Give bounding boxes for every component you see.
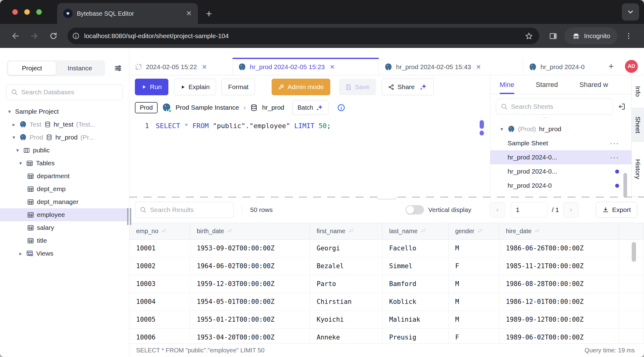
close-tab-icon[interactable]: ✕	[186, 10, 192, 18]
results-search[interactable]	[135, 202, 234, 218]
tab-sheet[interactable]: Sheet	[632, 108, 644, 142]
column-header-birth-date[interactable]: birth_date	[190, 223, 310, 239]
sidebar-resize-handle[interactable]	[127, 200, 132, 233]
sort-icon[interactable]	[535, 228, 540, 234]
filter-icon[interactable]	[114, 64, 122, 73]
minimize-window-button[interactable]	[24, 9, 30, 15]
column-header-gender[interactable]: gender	[448, 223, 499, 239]
close-window-button[interactable]	[12, 9, 18, 15]
sheet-group-hr-prod[interactable]: ▾ (Prod) hr_prod	[490, 122, 631, 136]
info-icon[interactable]	[337, 104, 345, 112]
side-panel-icon[interactable]	[545, 28, 561, 44]
worksheet-tab-2-active[interactable]: hr_prod 2024-02-05 15:23 ✕	[233, 58, 379, 75]
user-avatar[interactable]: AD	[625, 60, 638, 73]
tab-starred[interactable]: Starred	[536, 75, 558, 94]
address-bar[interactable]: localhost:8080/sql-editor/sheet/project-…	[68, 28, 539, 44]
bookmark-star-icon[interactable]	[525, 32, 533, 40]
share-button[interactable]: Share	[382, 79, 434, 95]
worksheet-tab-4[interactable]: hr_prod 2024-0	[523, 58, 603, 75]
batch-button[interactable]: Batch	[292, 100, 328, 115]
export-button[interactable]: Export	[596, 202, 637, 218]
sheet-search[interactable]	[496, 99, 613, 115]
tree-node-table-dept-emp[interactable]: dept_emp	[0, 182, 129, 195]
import-sheet-icon[interactable]	[618, 103, 626, 111]
browser-menu-icon[interactable]	[621, 28, 637, 44]
caret-right-icon[interactable]: ▸	[18, 250, 23, 257]
vertical-display-toggle[interactable]	[406, 205, 424, 214]
table-row[interactable]: 100051955-01-21T00:00:00ZKyoichiMaliniak…	[129, 311, 644, 328]
database-search[interactable]	[6, 84, 123, 100]
sheet-item-sample[interactable]: Sample Sheet ···	[490, 136, 631, 150]
tab-project[interactable]: Project	[8, 61, 56, 75]
sort-icon[interactable]	[348, 228, 354, 234]
page-number-input[interactable]	[511, 202, 548, 218]
tab-history[interactable]: History	[632, 142, 644, 197]
caret-down-icon[interactable]: ▾	[499, 126, 505, 132]
next-page-button[interactable]: ›	[563, 202, 579, 218]
admin-mode-button[interactable]: Admin mode	[272, 79, 330, 95]
column-header-last-name[interactable]: last_name	[382, 223, 448, 239]
sheet-list-scrollbar[interactable]	[623, 173, 627, 197]
worksheet-tab-3[interactable]: hr_prod 2024-02-05 15:43 ✕	[379, 58, 523, 75]
tab-mine[interactable]: Mine	[500, 75, 514, 94]
caret-right-icon[interactable]: ▸	[11, 121, 17, 128]
sort-icon[interactable]	[477, 228, 483, 234]
maximize-window-button[interactable]	[36, 9, 42, 15]
tree-node-project[interactable]: ▾ Sample Project	[0, 105, 129, 118]
database-name[interactable]: hr_prod	[262, 104, 284, 111]
sort-icon[interactable]	[227, 228, 233, 234]
caret-down-icon[interactable]: ▾	[7, 108, 12, 115]
column-header-emp-no[interactable]: emp_no	[129, 223, 190, 239]
editor-scrollbar-thumb[interactable]	[480, 120, 484, 129]
sheet-item-unsaved[interactable]: hr_prod 2024-0...	[490, 164, 631, 178]
editor-scrollbar-thumb[interactable]	[480, 131, 484, 135]
worksheet-tab-1[interactable]: 2024-02-05 15:22 ✕	[129, 58, 233, 75]
tab-info[interactable]: Info	[632, 75, 644, 108]
results-search-input[interactable]	[150, 206, 229, 214]
tree-node-table-title[interactable]: title	[0, 234, 129, 247]
caret-down-icon[interactable]: ▾	[15, 147, 20, 154]
prev-page-button[interactable]: ‹	[490, 202, 505, 218]
tab-shared-with-me[interactable]: Shared w	[579, 75, 608, 94]
sheet-item-selected[interactable]: hr_prod 2024-0... ···	[490, 150, 631, 164]
close-tab-icon[interactable]: ✕	[476, 63, 481, 71]
run-button[interactable]: Run	[135, 79, 168, 95]
tree-node-tables-group[interactable]: ▾ Tables	[0, 157, 129, 170]
table-row[interactable]: 100031959-12-03T00:00:00ZPartoBamfordM19…	[129, 275, 644, 293]
sheet-item-menu-icon[interactable]: ···	[610, 153, 619, 162]
table-row[interactable]: 100041954-05-01T00:00:00ZChirstianKoblic…	[129, 293, 644, 311]
table-row[interactable]: 100061953-04-20T00:00:00ZAnnekePreusigF1…	[129, 328, 644, 343]
ai-sparkle-icon[interactable]	[420, 83, 427, 91]
explain-button[interactable]: Explain	[174, 79, 216, 95]
sort-icon[interactable]	[161, 228, 167, 234]
caret-down-icon[interactable]: ▾	[11, 134, 17, 141]
table-row[interactable]: 100011953-09-02T00:00:00ZGeorgiFacelloM1…	[129, 239, 644, 257]
tree-node-table-employee[interactable]: employee	[0, 208, 129, 221]
tab-instance[interactable]: Instance	[56, 61, 104, 75]
tree-node-hr-prod[interactable]: ▾ Prod hr_prod (Pr...	[0, 131, 129, 144]
database-search-input[interactable]	[21, 88, 118, 96]
sort-icon[interactable]	[421, 228, 426, 234]
table-scrollbar[interactable]	[632, 242, 636, 262]
tree-node-table-dept-manager[interactable]: dept_manager	[0, 195, 129, 208]
sql-code-area[interactable]: 1SELECT * FROM "public"."employee" LIMIT…	[129, 118, 490, 197]
tree-node-hr-test[interactable]: ▸ Test hr_test (Test...	[0, 118, 129, 131]
caret-down-icon[interactable]: ▾	[18, 160, 23, 167]
sheet-search-input[interactable]	[511, 103, 608, 110]
column-header-hire-date[interactable]: hire_date	[499, 223, 619, 239]
panel-drag-handle[interactable]	[377, 197, 397, 199]
tree-node-views-group[interactable]: ▸ Views	[0, 247, 129, 260]
table-row[interactable]: 100021964-06-02T00:00:00ZBezalelSimmelF1…	[129, 257, 644, 275]
new-tab-button[interactable]: +	[206, 8, 212, 20]
instance-name[interactable]: Prod Sample Instance	[175, 104, 239, 111]
close-tab-icon[interactable]: ✕	[202, 63, 207, 71]
tree-node-schema-public[interactable]: ▾ public	[0, 144, 129, 157]
back-button[interactable]	[7, 28, 23, 44]
forward-button[interactable]	[26, 28, 42, 44]
format-button[interactable]: Format	[222, 79, 255, 95]
column-header-first-name[interactable]: first_name	[310, 223, 382, 239]
reload-button[interactable]	[45, 28, 61, 44]
site-info-icon[interactable]	[72, 32, 80, 40]
tree-node-table-department[interactable]: department	[0, 170, 129, 182]
new-worksheet-button[interactable]: +	[603, 58, 620, 75]
